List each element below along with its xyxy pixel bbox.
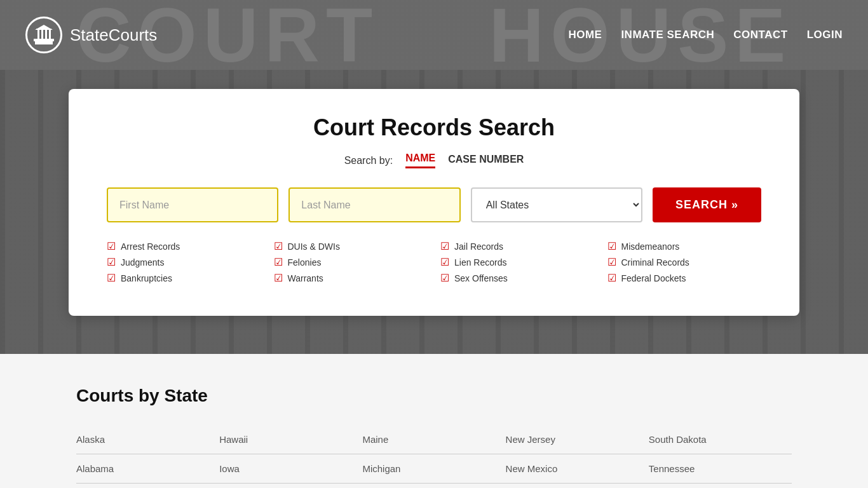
states-grid: Alaska Alabama Hawaii Iowa Maine Michiga…	[76, 425, 792, 484]
check-icon-bankruptcies: ☑	[107, 272, 116, 284]
nav-contact[interactable]: CONTACT	[733, 29, 787, 41]
logo-text: StateCourts	[70, 25, 157, 45]
last-name-input[interactable]	[288, 187, 460, 222]
courts-title: Courts by State	[76, 386, 792, 406]
label-sex-offenses: Sex Offenses	[454, 273, 508, 283]
state-link-hawaii[interactable]: Hawaii	[219, 425, 362, 454]
state-col-2: Maine Michigan	[362, 425, 505, 484]
label-criminal-records: Criminal Records	[621, 257, 689, 268]
label-felonies: Felonies	[288, 257, 322, 268]
label-misdemeanors: Misdemeanors	[621, 241, 680, 252]
check-icon-warrants: ☑	[274, 272, 283, 284]
label-lien-records: Lien Records	[454, 257, 507, 268]
logo[interactable]: StateCourts	[25, 17, 157, 53]
checkbox-duis: ☑ DUIs & DWIs	[274, 240, 428, 252]
checkboxes-grid: ☑ Arrest Records ☑ DUIs & DWIs ☑ Jail Re…	[107, 240, 761, 284]
check-icon-arrest: ☑	[107, 240, 116, 252]
check-icon-federal: ☑	[607, 272, 616, 284]
courts-section: Courts by State Alaska Alabama Hawaii Io…	[0, 354, 868, 488]
check-icon-duis: ☑	[274, 240, 283, 252]
svg-rect-4	[45, 30, 47, 39]
checkbox-federal-dockets: ☑ Federal Dockets	[607, 272, 762, 284]
logo-icon	[25, 17, 62, 53]
search-by-label: Search by:	[344, 155, 393, 166]
check-icon-sex-offenses: ☑	[440, 272, 449, 284]
checkbox-lien-records: ☑ Lien Records	[440, 256, 595, 268]
checkbox-arrest-records: ☑ Arrest Records	[107, 240, 261, 252]
svg-rect-7	[36, 29, 51, 30]
state-link-maine[interactable]: Maine	[362, 425, 505, 454]
check-icon-criminal: ☑	[607, 256, 616, 268]
label-jail-records: Jail Records	[454, 241, 503, 252]
state-link-new-jersey[interactable]: New Jersey	[506, 425, 649, 454]
checkbox-sex-offenses: ☑ Sex Offenses	[440, 272, 595, 284]
first-name-input[interactable]	[107, 187, 278, 222]
search-card: Court Records Search Search by: NAME CAS…	[69, 89, 799, 316]
svg-rect-3	[41, 30, 43, 39]
check-icon-judgments: ☑	[107, 256, 116, 268]
checkbox-bankruptcies: ☑ Bankruptcies	[107, 272, 261, 284]
state-link-michigan[interactable]: Michigan	[362, 454, 505, 484]
checkbox-warrants: ☑ Warrants	[274, 272, 428, 284]
check-icon-misdemeanors: ☑	[607, 240, 616, 252]
svg-rect-2	[37, 30, 39, 39]
search-by-row: Search by: NAME CASE NUMBER	[107, 152, 761, 168]
label-judgments: Judgments	[121, 257, 164, 268]
logo-bold: State	[70, 25, 109, 44]
check-icon-felonies: ☑	[274, 256, 283, 268]
nav-login[interactable]: LOGIN	[807, 29, 843, 41]
state-col-3: New Jersey New Mexico	[506, 425, 649, 484]
svg-rect-5	[49, 30, 51, 39]
label-arrest-records: Arrest Records	[121, 241, 180, 252]
checkbox-criminal-records: ☑ Criminal Records	[607, 256, 762, 268]
label-bankruptcies: Bankruptcies	[121, 273, 172, 283]
state-link-alabama[interactable]: Alabama	[76, 454, 219, 484]
nav-home[interactable]: HOME	[568, 29, 602, 41]
state-link-iowa[interactable]: Iowa	[219, 454, 362, 484]
search-button[interactable]: SEARCH »	[653, 187, 761, 222]
label-duis: DUIs & DWIs	[288, 241, 340, 252]
logo-light: Courts	[109, 25, 158, 44]
state-select[interactable]: All States AlabamaAlaskaArizona Arkansas…	[471, 187, 642, 222]
nav-inmate-search[interactable]: INMATE SEARCH	[621, 29, 714, 41]
state-link-new-mexico[interactable]: New Mexico	[506, 454, 649, 484]
tab-name[interactable]: NAME	[405, 152, 435, 168]
state-col-4: South Dakota Tennessee	[649, 425, 792, 484]
checkbox-misdemeanors: ☑ Misdemeanors	[607, 240, 762, 252]
state-link-south-dakota[interactable]: South Dakota	[649, 425, 792, 454]
main-nav: HOME INMATE SEARCH CONTACT LOGIN	[568, 29, 843, 41]
search-fields-row: All States AlabamaAlaskaArizona Arkansas…	[107, 187, 761, 222]
search-title: Court Records Search	[107, 114, 761, 141]
courthouse-icon	[32, 24, 55, 46]
checkbox-felonies: ☑ Felonies	[274, 256, 428, 268]
svg-rect-1	[34, 39, 54, 41]
label-federal-dockets: Federal Dockets	[621, 273, 686, 283]
state-link-alaska[interactable]: Alaska	[76, 425, 219, 454]
checkbox-judgments: ☑ Judgments	[107, 256, 261, 268]
header: COURT HOUSE StateCourts HOME INMATE SEAR…	[0, 0, 868, 70]
hero-section: Court Records Search Search by: NAME CAS…	[0, 70, 868, 354]
state-col-1: Hawaii Iowa	[219, 425, 362, 484]
state-link-tennessee[interactable]: Tennessee	[649, 454, 792, 484]
state-col-0: Alaska Alabama	[76, 425, 219, 484]
svg-rect-0	[35, 41, 53, 44]
check-icon-jail: ☑	[440, 240, 449, 252]
check-icon-lien: ☑	[440, 256, 449, 268]
checkbox-jail-records: ☑ Jail Records	[440, 240, 595, 252]
label-warrants: Warrants	[288, 273, 323, 283]
tab-case-number[interactable]: CASE NUMBER	[448, 154, 524, 168]
